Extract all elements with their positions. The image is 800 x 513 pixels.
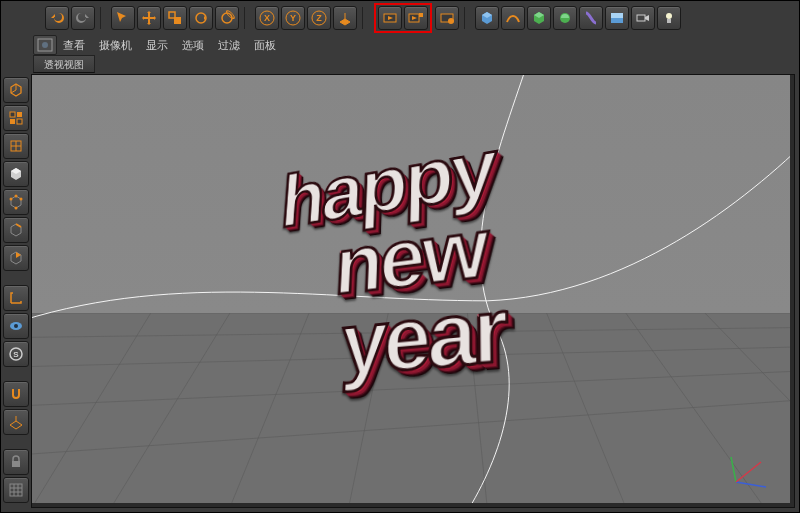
svg-point-32 xyxy=(20,198,23,201)
axis-z-button[interactable]: Z xyxy=(307,6,331,30)
magnet-button[interactable] xyxy=(3,381,29,407)
svg-rect-23 xyxy=(667,19,671,23)
environment-button[interactable] xyxy=(605,6,629,30)
side-toolbar: S xyxy=(3,77,31,503)
menu-camera[interactable]: 摄像机 xyxy=(99,38,132,53)
svg-line-43 xyxy=(111,313,230,507)
svg-rect-1 xyxy=(174,17,181,24)
deformer-button[interactable] xyxy=(579,6,603,30)
svg-text:Y: Y xyxy=(290,13,296,23)
rotate-button[interactable] xyxy=(189,6,213,30)
text3d-line3: year xyxy=(340,286,505,386)
svg-point-25 xyxy=(42,42,48,48)
menu-panel[interactable]: 面板 xyxy=(254,38,276,53)
svg-point-36 xyxy=(14,324,18,328)
svg-point-3 xyxy=(222,13,232,23)
generator-button[interactable] xyxy=(527,6,551,30)
svg-rect-21 xyxy=(637,15,645,21)
svg-line-55 xyxy=(731,457,736,482)
menu-options[interactable]: 选项 xyxy=(182,38,204,53)
texture-mode-button[interactable] xyxy=(3,133,29,159)
select-live-button[interactable] xyxy=(111,6,135,30)
svg-line-42 xyxy=(32,313,151,507)
polygon-mode-button[interactable] xyxy=(3,245,29,271)
hypernurbs-button[interactable] xyxy=(553,6,577,30)
axis-y-button[interactable]: Y xyxy=(281,6,305,30)
render-settings-button[interactable] xyxy=(435,6,459,30)
make-editable-button[interactable] xyxy=(3,77,29,103)
snap-button[interactable]: S xyxy=(3,341,29,367)
svg-line-47 xyxy=(547,313,626,507)
move-button[interactable] xyxy=(137,6,161,30)
svg-text:X: X xyxy=(264,13,270,23)
3d-text-object[interactable]: happy new year xyxy=(260,128,506,392)
svg-rect-15 xyxy=(419,13,423,17)
light-button[interactable] xyxy=(657,6,681,30)
viewport-scroll-h[interactable] xyxy=(32,503,794,507)
svg-line-53 xyxy=(32,400,794,453)
coord-system-button[interactable] xyxy=(333,6,357,30)
axis-x-button[interactable]: X xyxy=(255,6,279,30)
viewport-scroll-v[interactable] xyxy=(790,75,794,507)
viewport-tab[interactable]: 透视视图 xyxy=(33,55,95,73)
render-group-highlight xyxy=(374,3,432,33)
svg-rect-27 xyxy=(17,112,22,117)
perspective-viewport[interactable]: happy new year xyxy=(31,74,795,508)
render-view-button[interactable] xyxy=(378,6,402,30)
svg-rect-40 xyxy=(10,484,22,496)
svg-point-33 xyxy=(15,195,18,198)
viewport-menu-bar: 查看 摄像机 显示 选项 过滤 面板 xyxy=(31,35,276,55)
camera-button[interactable] xyxy=(631,6,655,30)
svg-rect-29 xyxy=(17,119,22,124)
primitive-button[interactable] xyxy=(475,6,499,30)
svg-rect-28 xyxy=(10,119,15,124)
svg-point-34 xyxy=(15,207,18,210)
undo-button[interactable] xyxy=(45,6,69,30)
svg-text:Z: Z xyxy=(316,13,322,23)
viewport-solo-button[interactable] xyxy=(3,313,29,339)
object-mode-button[interactable] xyxy=(3,161,29,187)
redo-button[interactable] xyxy=(71,6,95,30)
svg-line-56 xyxy=(736,462,761,482)
scale-button[interactable] xyxy=(163,6,187,30)
svg-line-54 xyxy=(736,482,766,487)
model-mode-button[interactable] xyxy=(3,105,29,131)
menu-display[interactable]: 显示 xyxy=(146,38,168,53)
svg-point-17 xyxy=(448,18,454,24)
svg-text:S: S xyxy=(13,350,19,359)
axis-gizmo xyxy=(726,442,776,492)
svg-rect-39 xyxy=(12,461,20,467)
render-pv-button[interactable] xyxy=(404,6,428,30)
svg-rect-20 xyxy=(611,13,623,18)
lock-button[interactable] xyxy=(3,449,29,475)
axis-button[interactable] xyxy=(3,285,29,311)
viewport-icon[interactable] xyxy=(33,35,57,55)
svg-rect-19 xyxy=(611,18,623,23)
menu-filter[interactable]: 过滤 xyxy=(218,38,240,53)
workplane-button[interactable] xyxy=(3,409,29,435)
svg-point-22 xyxy=(666,13,672,19)
grid-modify-button[interactable] xyxy=(3,477,29,503)
last-tool-button[interactable] xyxy=(215,6,239,30)
spline-button[interactable] xyxy=(501,6,525,30)
point-mode-button[interactable] xyxy=(3,189,29,215)
top-toolbar: X Y Z xyxy=(45,3,681,33)
svg-rect-26 xyxy=(10,112,15,117)
edge-mode-button[interactable] xyxy=(3,217,29,243)
svg-point-31 xyxy=(10,198,13,201)
menu-view[interactable]: 查看 xyxy=(63,38,85,53)
